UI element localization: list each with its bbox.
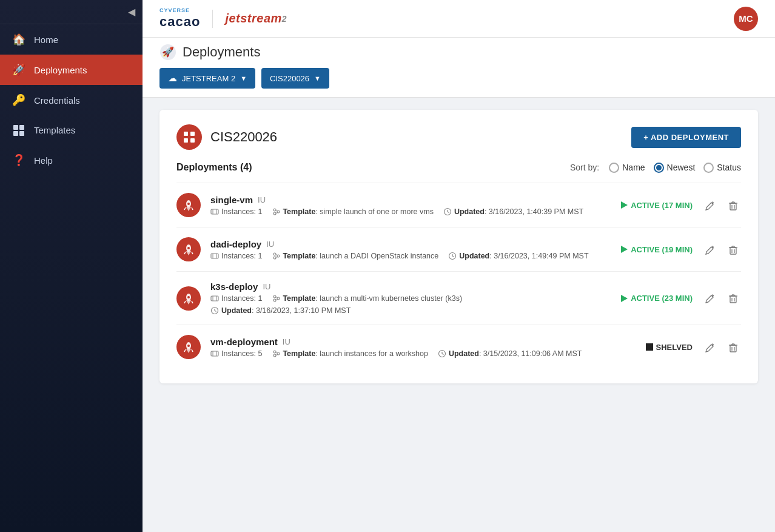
svg-point-65 <box>273 299 276 301</box>
deployment-org: IU <box>266 240 274 249</box>
svg-line-14 <box>192 207 193 210</box>
deployment-meta: Instances: 5 Template: launch instances … <box>210 349 592 358</box>
sort-name-option[interactable]: Name <box>609 163 645 173</box>
svg-point-43 <box>277 255 280 257</box>
sidebar-item-credentials[interactable]: 🔑 Credentials <box>0 85 143 115</box>
cacao-label: cacao <box>159 14 200 29</box>
svg-rect-72 <box>730 296 736 303</box>
edit-icon <box>705 200 716 211</box>
instances-icon <box>210 294 219 303</box>
instances-meta: Instances: 1 <box>210 294 262 303</box>
template-meta: Template: launch instances for a worksho… <box>272 349 428 358</box>
edit-button[interactable] <box>702 289 718 307</box>
edit-button[interactable] <box>702 338 718 356</box>
svg-point-88 <box>273 354 276 357</box>
svg-rect-49 <box>730 247 736 254</box>
play-icon <box>621 201 628 209</box>
svg-marker-57 <box>186 300 191 305</box>
delete-button[interactable] <box>725 197 741 214</box>
deployment-actions <box>702 241 741 258</box>
project-filter-button[interactable]: CIS220026 ▼ <box>261 68 329 89</box>
sidebar-collapse-button[interactable]: ◀ <box>128 6 135 18</box>
instances-meta: Instances: 5 <box>210 349 262 358</box>
table-row: dadi-deploy IU Instances: 1 <box>176 227 741 271</box>
svg-line-48 <box>452 256 454 257</box>
sidebar-item-help[interactable]: ❓ Help <box>0 145 143 175</box>
sidebar-toggle-area: ◀ <box>0 0 143 24</box>
svg-point-81 <box>187 345 190 347</box>
svg-line-21 <box>276 210 277 211</box>
deployment-meta: Instances: 1 Template: launch a DADI Ope… <box>210 252 592 260</box>
edit-button[interactable] <box>702 197 718 214</box>
svg-rect-26 <box>730 203 736 210</box>
card-header: CIS220026 + ADD DEPLOYMENT <box>176 124 741 150</box>
templates-icon <box>12 124 25 136</box>
sidebar-item-home[interactable]: 🏠 Home <box>0 24 143 55</box>
edit-button[interactable] <box>702 241 718 258</box>
sidebar-item-templates-label: Templates <box>34 125 75 135</box>
sort-status-radio[interactable] <box>703 163 714 173</box>
jetstream-logo: jetstream 2 <box>225 12 286 25</box>
edit-icon <box>705 293 716 304</box>
svg-rect-6 <box>184 132 188 136</box>
sidebar-item-templates[interactable]: Templates <box>0 115 143 145</box>
svg-rect-38 <box>211 254 218 258</box>
svg-rect-8 <box>184 138 188 143</box>
sort-name-radio[interactable] <box>609 163 619 173</box>
shelved-icon <box>646 343 653 351</box>
sort-newest-option[interactable]: Newest <box>654 163 696 173</box>
updated-meta: Updated: 3/16/2023, 1:40:39 PM MST <box>443 207 583 216</box>
svg-line-91 <box>276 354 277 355</box>
svg-line-83 <box>192 349 193 352</box>
delete-button[interactable] <box>725 289 741 307</box>
sort-status-option[interactable]: Status <box>703 163 741 173</box>
cloud-filter-label: JETSTREAM 2 <box>182 74 235 83</box>
instances-icon <box>210 252 219 260</box>
cloud-filter-button[interactable]: ☁ JETSTREAM 2 ▼ <box>159 68 255 89</box>
svg-point-41 <box>273 253 276 255</box>
deployment-name-row: vm-deployment IU <box>210 337 592 347</box>
svg-point-19 <box>273 212 276 215</box>
template-icon <box>272 349 280 358</box>
svg-point-87 <box>273 351 276 353</box>
user-avatar[interactable]: MC <box>734 7 758 31</box>
main-content: CYVERSE cacao jetstream 2 MC 🚀 Deploymen… <box>143 0 775 532</box>
jetstream-2-label: 2 <box>282 14 287 24</box>
svg-line-67 <box>276 297 277 298</box>
delete-button[interactable] <box>725 241 741 258</box>
template-meta: Template: launch a DADI OpenStack instan… <box>272 252 438 260</box>
add-deployment-button[interactable]: + ADD DEPLOYMENT <box>631 127 741 148</box>
sort-by-label: Sort by: <box>570 163 599 172</box>
instances-meta: Instances: 1 <box>210 252 262 260</box>
delete-button[interactable] <box>725 338 741 356</box>
deployment-avatar <box>176 237 201 261</box>
deployment-info: single-vm IU Instances: 1 <box>210 195 592 216</box>
updated-meta: Updated: 3/16/2023, 1:37:10 PM MST <box>210 306 351 315</box>
deployment-actions <box>702 289 741 307</box>
svg-line-45 <box>276 257 277 258</box>
clock-icon <box>210 306 219 315</box>
svg-line-71 <box>215 311 216 312</box>
logo-area: CYVERSE cacao jetstream 2 <box>159 8 287 30</box>
status-badge: ACTIVE (19 MIN) <box>621 245 693 254</box>
deployment-org: IU <box>263 282 270 291</box>
cyverse-label: CYVERSE <box>159 8 200 13</box>
filter-row: ☁ JETSTREAM 2 ▼ CIS220026 ▼ <box>159 68 758 97</box>
sort-newest-radio[interactable] <box>654 163 664 173</box>
svg-rect-84 <box>211 351 218 356</box>
sidebar-item-deployments[interactable]: 🚀 Deployments <box>0 55 143 85</box>
home-icon: 🏠 <box>12 33 25 46</box>
svg-line-59 <box>184 301 186 303</box>
card-title: CIS220026 <box>210 129 277 145</box>
sidebar-item-help-label: Help <box>34 155 53 166</box>
template-icon <box>272 252 280 260</box>
deployment-list: single-vm IU Instances: 1 <box>176 183 741 369</box>
svg-point-89 <box>277 352 280 355</box>
deployment-org: IU <box>283 337 290 346</box>
deployments-page-icon: 🚀 <box>159 44 176 61</box>
deployment-actions <box>702 197 741 214</box>
svg-point-35 <box>187 247 190 249</box>
svg-marker-11 <box>186 207 191 211</box>
deployment-status: SHELVED <box>602 343 693 352</box>
deployments-heading: Deployments (4) <box>176 162 252 173</box>
